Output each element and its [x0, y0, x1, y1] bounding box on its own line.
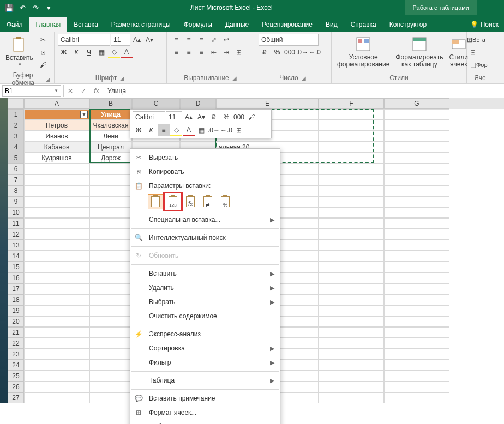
cell[interactable] [89, 240, 132, 251]
cell[interactable] [319, 283, 384, 294]
tab-file[interactable]: Файл [0, 17, 29, 32]
cell[interactable] [384, 251, 449, 262]
tell-me-search[interactable]: 💡 Поиск [465, 17, 504, 32]
cell[interactable] [319, 392, 384, 403]
cell[interactable] [319, 153, 384, 163]
cell[interactable] [319, 142, 384, 153]
cell[interactable] [384, 338, 449, 349]
align-bottom-button[interactable]: ≡ [195, 34, 207, 46]
mini-percent[interactable]: % [220, 111, 232, 123]
col-header-d[interactable]: D [180, 98, 216, 110]
cell[interactable] [24, 294, 89, 305]
border-button[interactable]: ▦ [95, 46, 107, 58]
menu-select[interactable]: Выбрать▶ [130, 295, 280, 309]
cell[interactable] [24, 349, 89, 360]
cell[interactable] [24, 392, 89, 403]
tab-data[interactable]: Данные [219, 17, 255, 32]
col-header-g[interactable]: G [384, 98, 449, 109]
row-header[interactable]: 24 [8, 360, 24, 371]
cell[interactable] [89, 305, 132, 316]
accounting-format-button[interactable]: ₽ [259, 46, 271, 58]
cell[interactable] [24, 360, 89, 371]
cell[interactable] [89, 360, 132, 371]
cell[interactable] [319, 272, 384, 283]
cell[interactable] [24, 283, 89, 294]
formula-input[interactable]: Улица [103, 87, 504, 95]
cell[interactable] [89, 392, 132, 403]
cell[interactable] [384, 120, 449, 131]
tab-page-layout[interactable]: Разметка страницы [105, 17, 177, 32]
tab-view[interactable]: Вид [319, 17, 344, 32]
increase-indent-button[interactable]: ⇥ [220, 46, 232, 58]
delete-cells-button[interactable]: ⊟ [470, 46, 476, 58]
cell[interactable] [89, 196, 132, 207]
cell[interactable] [384, 371, 449, 381]
cell[interactable] [319, 163, 384, 174]
cell[interactable] [319, 131, 384, 142]
row-header[interactable]: 1 [8, 109, 24, 121]
paste-transpose[interactable]: ⇄ [200, 194, 215, 209]
cell[interactable] [24, 207, 89, 218]
cell[interactable] [24, 251, 89, 262]
col-header-a[interactable]: A [24, 98, 89, 109]
cell[interactable] [319, 338, 384, 349]
format-painter-button[interactable]: 🖌 [37, 59, 49, 71]
row-header[interactable]: 6 [8, 163, 24, 174]
cell[interactable] [384, 294, 449, 305]
filter-dropdown-icon[interactable]: ▼ [80, 111, 88, 118]
tab-review[interactable]: Рецензирование [255, 17, 319, 32]
menu-format-cells[interactable]: ⊞Формат ячеек... [130, 405, 280, 420]
paste-formulas[interactable]: fx [183, 194, 198, 209]
tab-table-design[interactable]: Конструктор [383, 17, 433, 32]
paste-formatting[interactable]: % [218, 194, 233, 209]
mini-font-name[interactable] [133, 111, 165, 123]
cell[interactable] [89, 338, 132, 349]
cell[interactable] [24, 371, 89, 381]
name-box[interactable]: B1 ▼ [2, 85, 61, 97]
cell[interactable] [24, 338, 89, 349]
cell[interactable] [24, 218, 89, 229]
mini-border[interactable]: ▦ [195, 124, 207, 136]
cell[interactable] [24, 305, 89, 316]
cell[interactable] [384, 360, 449, 371]
cell[interactable] [89, 185, 132, 196]
cell[interactable]: Улица [89, 109, 132, 120]
cell[interactable] [319, 327, 384, 338]
cell[interactable] [384, 381, 449, 392]
cell[interactable] [319, 294, 384, 305]
cell[interactable] [89, 174, 132, 185]
row-header[interactable]: 23 [8, 349, 24, 360]
font-size-select[interactable] [111, 34, 130, 46]
increase-font-button[interactable]: A▴ [131, 34, 143, 46]
cell[interactable] [319, 360, 384, 371]
cell[interactable] [89, 316, 132, 327]
decrease-font-button[interactable]: A▾ [143, 34, 155, 46]
select-all-corner[interactable] [8, 98, 24, 109]
dialog-launcher-icon[interactable]: ◢ [45, 76, 51, 82]
cell[interactable]: Петров [24, 120, 89, 131]
cell[interactable]: Иванов [24, 131, 89, 142]
paste-values[interactable]: 123 [165, 194, 181, 209]
row-header[interactable]: 17 [8, 283, 24, 294]
fill-color-button[interactable]: ◇ [108, 46, 120, 58]
orientation-button[interactable]: ⤢ [208, 34, 220, 46]
row-header[interactable]: 15 [8, 262, 24, 272]
cell[interactable] [384, 392, 449, 403]
cell[interactable] [24, 327, 89, 338]
row-header[interactable]: 2 [8, 120, 24, 132]
cell[interactable] [89, 229, 132, 240]
dialog-launcher-icon[interactable]: ◢ [231, 75, 238, 81]
enter-formula-button[interactable]: ✓ [77, 87, 90, 95]
cell[interactable] [89, 371, 132, 381]
dialog-launcher-icon[interactable]: ◢ [119, 75, 125, 81]
menu-clear-contents[interactable]: Очистить содержимое [130, 309, 280, 323]
cell[interactable] [384, 240, 449, 251]
row-header[interactable]: 10 [8, 207, 24, 218]
row-header[interactable]: 25 [8, 371, 24, 381]
col-header-b[interactable]: B [89, 98, 132, 110]
align-center-button[interactable]: ≡ [183, 46, 195, 58]
cell[interactable] [319, 109, 384, 120]
menu-table[interactable]: Таблица▶ [130, 373, 280, 387]
align-left-button[interactable]: ≡ [170, 46, 182, 58]
cell[interactable] [319, 120, 384, 131]
